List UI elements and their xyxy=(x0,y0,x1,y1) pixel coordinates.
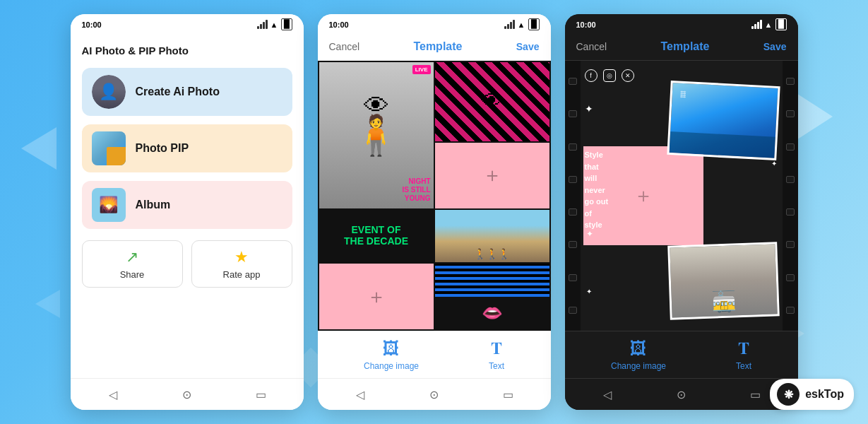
text-icon-3: 𝐓 xyxy=(738,338,749,358)
cell-lips[interactable]: 👄 xyxy=(435,264,549,329)
menu-item-photo-pip[interactable]: Photo PIP xyxy=(82,124,292,172)
pip-icon xyxy=(92,131,126,165)
rate-app-button[interactable]: ★ Rate app xyxy=(191,240,292,288)
facebook-icon: f xyxy=(585,69,598,82)
cancel-button-3[interactable]: Cancel xyxy=(576,41,607,52)
nav-bar-1: ◁ ⊙ ▭ xyxy=(71,378,304,410)
status-time-1: 10:00 xyxy=(82,20,102,29)
menu-item-create-ai-photo[interactable]: 👤 Create Ai Photo xyxy=(82,68,292,116)
screen1-content: AI Photo & PIP Photo 👤 Create Ai Photo P… xyxy=(71,33,304,378)
nav-home-3[interactable]: ⊙ xyxy=(671,384,691,404)
night-text-2: NIGHTIS STILLYOUNG xyxy=(403,177,431,203)
phone-screen-2: 10:00 ▲ ▉ Cancel Template Save xyxy=(318,14,551,410)
star-icon: ★ xyxy=(234,248,249,266)
template-header-2: Cancel Template Save xyxy=(318,33,551,61)
status-icons-3: ▲ ▉ xyxy=(751,18,787,30)
share-button[interactable]: ↗ Share xyxy=(82,240,183,288)
sparkle-2: ✦ xyxy=(771,160,777,167)
battery-icon-2: ▉ xyxy=(528,18,540,30)
status-bar-1: 10:00 ▲ ▉ xyxy=(71,14,304,33)
nav-back-2[interactable]: ◁ xyxy=(350,384,370,404)
text-label-3: Text xyxy=(736,361,751,371)
text-icon-2: 𝐓 xyxy=(491,338,502,358)
cell-pink-add-2[interactable]: ＋ xyxy=(319,264,434,329)
lips-emoji: 👄 xyxy=(435,297,549,330)
action-buttons: ↗ Share ★ Rate app xyxy=(82,240,292,288)
style-text: Stylethatwillnevergo outofstyle xyxy=(585,150,609,232)
save-button-2[interactable]: Save xyxy=(516,41,540,52)
nav-back-1[interactable]: ◁ xyxy=(103,384,123,404)
album-label: Album xyxy=(136,199,171,211)
signal-bars-2 xyxy=(504,20,515,29)
cell-person[interactable]: 🧍 LIVE NIGHTIS STILLYOUNG xyxy=(319,62,434,208)
cell-event-text: EVENT OFTHE DECADE xyxy=(319,210,434,262)
template-canvas-3: f ◎ ✕ 🛤 ＋ Stylethatwillnevergo outofstyl… xyxy=(565,61,798,331)
nav-bar-2: ◁ ⊙ ▭ xyxy=(318,378,551,410)
menu-item-album[interactable]: 🌄 Album xyxy=(82,181,292,229)
nav-recent-1[interactable]: ▭ xyxy=(251,384,270,404)
wifi-icon-2: ▲ xyxy=(518,20,525,29)
plus-icon-pink-2: ＋ xyxy=(367,283,386,310)
nav-home-2[interactable]: ⊙ xyxy=(424,384,444,404)
top-photo[interactable]: 🛤 xyxy=(667,81,780,160)
screens-container: 10:00 ▲ ▉ AI Photo & PIP Photo 👤 C xyxy=(71,14,798,410)
event-text-2: EVENT OFTHE DECADE xyxy=(344,225,408,247)
nav-back-3[interactable]: ◁ xyxy=(598,384,617,404)
cell-beach[interactable]: 🚶🚶🚶 xyxy=(435,210,549,262)
template-bottom-3: 🖼 Change image 𝐓 Text xyxy=(565,331,798,378)
nav-recent-2[interactable]: ▭ xyxy=(498,384,518,404)
change-image-icon-3: 🖼 xyxy=(630,338,647,358)
create-ai-photo-label: Create Ai Photo xyxy=(136,86,220,98)
signal-bars-1 xyxy=(257,20,268,29)
change-image-label-2: Change image xyxy=(364,361,419,371)
change-image-tool-3[interactable]: 🖼 Change image xyxy=(611,338,666,371)
album-icon: 🌄 xyxy=(92,188,126,222)
cell-eye[interactable]: 👁 xyxy=(435,62,549,141)
nav-recent-3[interactable]: ▭ xyxy=(745,384,765,404)
tram-icon: 🚋 xyxy=(711,289,737,313)
text-label-2: Text xyxy=(489,361,504,371)
battery-icon-3: ▉ xyxy=(775,18,787,30)
status-time-3: 10:00 xyxy=(576,20,596,29)
film-strip-right xyxy=(783,61,798,331)
template-header-3: Cancel Template Save xyxy=(565,33,798,61)
signal-bar-3 xyxy=(263,22,265,29)
change-image-tool-2[interactable]: 🖼 Change image xyxy=(364,338,419,371)
plus-icon-s3: ＋ xyxy=(634,182,653,209)
text-tool-2[interactable]: 𝐓 Text xyxy=(489,338,504,371)
s2-grid-override: 👁 🧍 LIVE NIGHTIS STILLYOUNG ＋ EVENT OFTH… xyxy=(319,62,549,329)
save-button-3[interactable]: Save xyxy=(763,41,787,52)
signal-bars-3 xyxy=(751,20,762,29)
social-icons: f ◎ ✕ xyxy=(585,69,634,82)
status-icons-2: ▲ ▉ xyxy=(504,18,540,30)
change-image-icon-2: 🖼 xyxy=(383,338,400,358)
twitter-icon: ✕ xyxy=(622,69,634,82)
bottom-photo[interactable]: 🚋 xyxy=(667,242,780,319)
watermark-logo: ❋ xyxy=(777,383,799,406)
sparkle-1: ✦ xyxy=(585,103,593,114)
status-time-2: 10:00 xyxy=(329,20,349,29)
battery-icon: ▉ xyxy=(281,18,292,30)
instagram-icon: ◎ xyxy=(603,69,616,82)
share-label: Share xyxy=(120,269,145,280)
change-image-label-3: Change image xyxy=(611,361,666,371)
sparkle-4: ✦ xyxy=(586,288,592,295)
screen1-title: AI Photo & PIP Photo xyxy=(82,45,292,57)
cancel-button-2[interactable]: Cancel xyxy=(329,41,360,52)
phone-screen-3: 10:00 ▲ ▉ Cancel Template Save xyxy=(565,14,798,410)
template-bottom-2: 🖼 Change image 𝐓 Text xyxy=(318,331,551,378)
status-bar-3: 10:00 ▲ ▉ xyxy=(565,14,798,33)
nav-home-1[interactable]: ⊙ xyxy=(177,384,196,404)
people-silhouette: 🚶🚶🚶 xyxy=(474,248,510,259)
wifi-icon-3: ▲ xyxy=(765,20,773,29)
template-title-2: Template xyxy=(413,40,462,53)
share-icon: ↗ xyxy=(126,248,138,266)
film-hole xyxy=(569,78,577,85)
avatar-icon: 👤 xyxy=(92,75,126,109)
text-tool-3[interactable]: 𝐓 Text xyxy=(736,338,751,371)
film-strip-left xyxy=(565,61,581,331)
cell-pink-add[interactable]: ＋ xyxy=(435,143,549,208)
signal-bar-1 xyxy=(257,26,259,29)
signal-bar-2 xyxy=(260,24,262,29)
status-icons-1: ▲ ▉ xyxy=(257,18,292,30)
